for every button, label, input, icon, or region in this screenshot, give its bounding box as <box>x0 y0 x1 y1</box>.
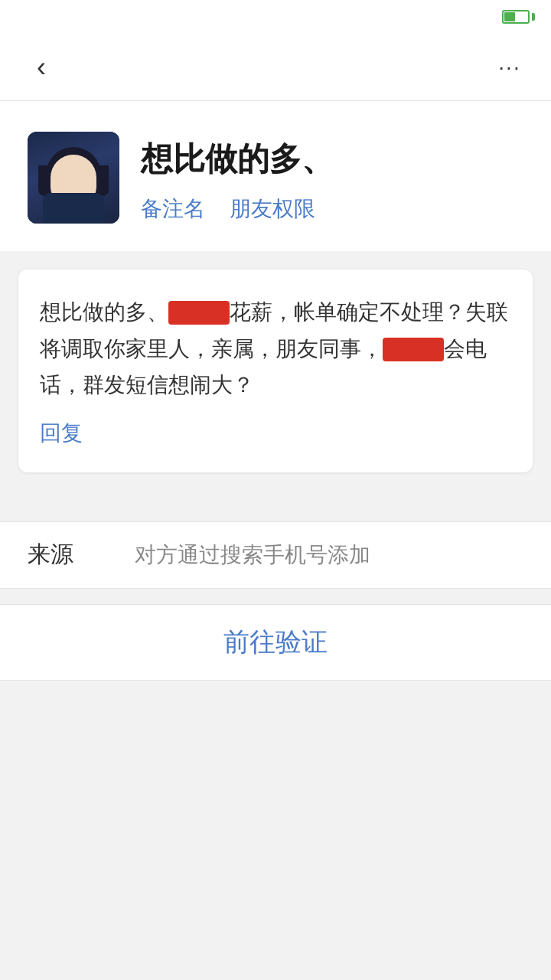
redact-2 <box>383 338 444 361</box>
reply-button[interactable]: 回复 <box>40 419 511 448</box>
alias-button[interactable]: 备注名 <box>141 194 205 224</box>
message-text: 想比做的多、 花薪，帐单确定不处理？失联将调取你家里人，亲属，朋友同事， 会电话… <box>40 294 511 403</box>
filler-area <box>0 681 551 980</box>
separator <box>0 491 551 506</box>
source-section: 来源 对方通过搜索手机号添加 <box>0 521 551 589</box>
message-text-part1: 想比做的多、 <box>40 300 168 324</box>
battery-body <box>502 10 530 24</box>
avatar <box>28 132 119 224</box>
source-value: 对方通过搜索手机号添加 <box>135 541 370 570</box>
source-label: 来源 <box>28 539 119 570</box>
profile-section: 想比做的多、 备注名 朋友权限 <box>0 101 551 251</box>
redact-1 <box>168 301 230 325</box>
verify-button[interactable]: 前往验证 <box>223 625 328 660</box>
permission-button[interactable]: 朋友权限 <box>230 194 315 224</box>
battery-tip <box>532 13 535 21</box>
profile-name: 想比做的多、 <box>141 138 334 181</box>
battery-icon <box>502 8 536 25</box>
profile-actions: 备注名 朋友权限 <box>141 194 334 224</box>
verify-section: 前往验证 <box>0 604 551 681</box>
profile-info: 想比做的多、 备注名 朋友权限 <box>141 132 334 224</box>
status-bar <box>0 0 551 34</box>
nav-bar: ‹ ··· <box>0 34 551 101</box>
battery-half <box>504 12 515 21</box>
message-card: 想比做的多、 花薪，帐单确定不处理？失联将调取你家里人，亲属，朋友同事， 会电话… <box>18 270 533 472</box>
back-button[interactable]: ‹ <box>18 44 64 90</box>
more-button[interactable]: ··· <box>487 44 533 90</box>
